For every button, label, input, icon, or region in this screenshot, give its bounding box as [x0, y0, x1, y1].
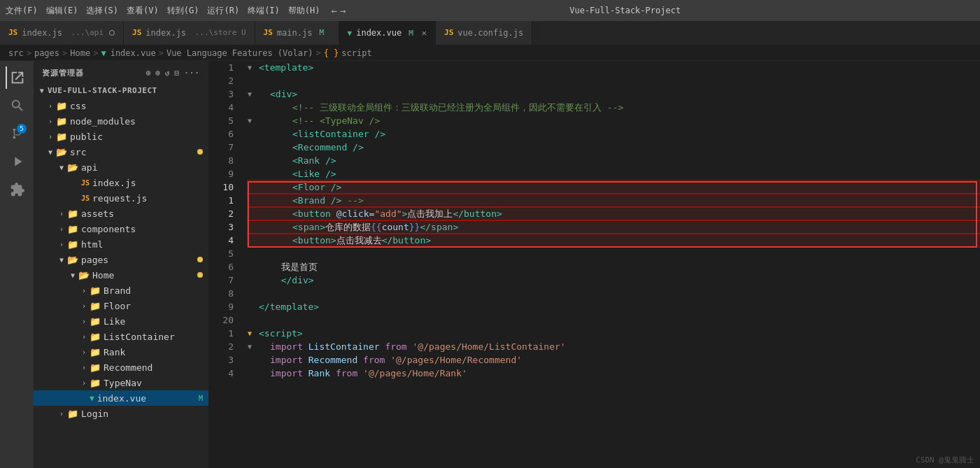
tag-button2-close: </button> [382, 234, 431, 247]
sidebar-icons: ⊕ ⊕ ↺ ⊟ ··· [146, 69, 200, 78]
breadcrumb-src[interactable]: src [8, 48, 24, 58]
forward-arrow-icon[interactable]: → [340, 5, 346, 16]
run-debug-activity-icon[interactable] [6, 150, 28, 173]
js-file-icon: JS [81, 194, 90, 202]
folder-label: ListContainer [104, 332, 175, 342]
menu-file[interactable]: 文件(F) [6, 5, 38, 17]
menu-bar[interactable]: 文件(F) 编辑(E) 选择(S) 查看(V) 转到(G) 运行(R) 终端(I… [6, 5, 320, 17]
sidebar-item-rank[interactable]: › 📁 Rank [34, 344, 208, 360]
line-num-13: 3 [208, 220, 234, 234]
line-num-11: 1 [208, 194, 234, 207]
line-num-18: 8 [208, 287, 234, 300]
sidebar-item-src[interactable]: ▼ 📂 src [34, 144, 208, 159]
folder-arrow-icon: › [78, 318, 90, 325]
code-line-9: <Like /> [248, 167, 980, 180]
breadcrumb-script[interactable]: script [341, 48, 371, 58]
back-arrow-icon[interactable]: ← [332, 5, 337, 16]
sidebar-item-recommend[interactable]: › 📁 Recommend [34, 360, 208, 375]
fold-icon-5[interactable]: ▼ [248, 114, 259, 127]
sidebar-item-pages[interactable]: ▼ 📂 pages [34, 252, 208, 267]
folder-open-icon: 📂 [67, 255, 78, 265]
sidebar-item-css[interactable]: › 📁 css [34, 98, 208, 113]
new-folder-icon[interactable]: ⊕ [155, 69, 161, 78]
sidebar-item-floor[interactable]: › 📁 Floor [34, 298, 208, 313]
sidebar-item-assets[interactable]: › 📁 assets [34, 206, 208, 221]
line-num-12: 2 [208, 207, 234, 220]
menu-edit[interactable]: 编辑(E) [46, 5, 78, 17]
sidebar: 资源管理器 ⊕ ⊕ ↺ ⊟ ··· ▼ VUE-FULL-STACK-PROJE… [34, 61, 208, 468]
comment-end: --> [341, 194, 363, 207]
sidebar-item-node-modules[interactable]: › 📁 node_modules [34, 113, 208, 129]
source-control-activity-icon[interactable]: 5 [6, 122, 28, 145]
close-icon[interactable]: ✕ [422, 28, 427, 38]
sidebar-item-typenav[interactable]: › 📁 TypeNav [34, 375, 208, 390]
tab-main[interactable]: JS main.js M [255, 21, 339, 45]
title-bar-left: 文件(F) 编辑(E) 选择(S) 查看(V) 转到(G) 运行(R) 终端(I… [6, 5, 346, 17]
breadcrumb-pages[interactable]: pages [34, 48, 59, 58]
fold-icon-22[interactable]: ▼ [248, 340, 259, 353]
tab-index-vue[interactable]: ▼ index.vue M ✕ [339, 21, 436, 45]
sidebar-item-index-vue[interactable]: ▼ index.vue M [34, 390, 208, 406]
menu-goto[interactable]: 转到(G) [167, 5, 199, 17]
sidebar-item-html[interactable]: › 📁 html [34, 236, 208, 252]
from-keyword: from [336, 367, 363, 380]
sidebar-item-components[interactable]: › 📁 components [34, 221, 208, 236]
button2-text: 点击我减去 [336, 234, 382, 247]
sidebar-item-public[interactable]: › 📁 public [34, 129, 208, 144]
folder-open-icon: 📂 [78, 270, 90, 281]
line-num-5: 5 [208, 114, 234, 127]
folder-icon: 📁 [67, 224, 78, 234]
breadcrumb-home[interactable]: Home [70, 48, 90, 58]
activity-bar: 5 [0, 61, 34, 468]
folder-label: Rank [104, 347, 125, 357]
folder-label: Like [104, 316, 125, 327]
folder-open-arrow-icon: ▼ [67, 271, 78, 279]
extensions-activity-icon[interactable] [6, 178, 28, 201]
folder-open-arrow-icon: ▼ [45, 148, 56, 156]
line-num-15: 5 [208, 247, 234, 260]
sidebar-item-brand[interactable]: › 📁 Brand [34, 283, 208, 298]
sidebar-project-root[interactable]: ▼ VUE-FULL-STACK-PROJECT [34, 83, 208, 98]
breadcrumb-file[interactable]: index.vue [111, 48, 156, 58]
menu-help[interactable]: 帮助(H) [288, 5, 320, 17]
sidebar-title: 资源管理器 [42, 68, 84, 78]
tag-script-open: <script> [259, 327, 303, 340]
sidebar-item-listcontainer[interactable]: › 📁 ListContainer [34, 329, 208, 344]
collapse-icon[interactable]: ⊟ [175, 69, 180, 78]
code-content[interactable]: ▼ <template> ▼ <div> <!-- 三级联动全局组件： [242, 61, 980, 468]
tab-vue-config[interactable]: JS vue.config.js [436, 21, 532, 45]
main-layout: 5 资源管理器 ⊕ ⊕ ↺ ⊟ ··· ▼ VUE-FULL-STACK-PRO… [0, 61, 980, 468]
sidebar-item-index-js-api[interactable]: JS index.js [34, 175, 208, 190]
search-activity-icon[interactable] [6, 94, 28, 117]
source-control-badge: 5 [17, 124, 27, 134]
menu-run[interactable]: 运行(R) [207, 5, 239, 17]
tag-span-open: <span> [292, 220, 325, 234]
folder-label: Home [92, 270, 114, 281]
sidebar-header: 资源管理器 ⊕ ⊕ ↺ ⊟ ··· [34, 61, 208, 83]
sidebar-item-api[interactable]: ▼ 📂 api [34, 159, 208, 175]
sidebar-item-login[interactable]: › 📁 Login [34, 406, 208, 421]
menu-terminal[interactable]: 终端(I) [248, 5, 280, 17]
breadcrumb-volar[interactable]: Vue Language Features (Volar) [166, 48, 313, 58]
breadcrumb-sep: > [159, 48, 164, 58]
tab-label: index.vue [356, 28, 402, 38]
project-name-label: VUE-FULL-STACK-PROJECT [48, 86, 157, 95]
menu-view[interactable]: 查看(V) [127, 5, 159, 17]
breadcrumb-sep: > [62, 48, 67, 58]
sidebar-item-like[interactable]: › 📁 Like [34, 313, 208, 329]
more-options-icon[interactable]: ··· [184, 69, 200, 78]
refresh-icon[interactable]: ↺ [165, 69, 171, 78]
fold-icon-1[interactable]: ▼ [248, 61, 259, 74]
explorer-activity-icon[interactable] [6, 66, 28, 89]
fold-icon-21[interactable]: ▼ [248, 327, 259, 340]
new-file-icon[interactable]: ⊕ [146, 69, 152, 78]
menu-select[interactable]: 选择(S) [86, 5, 118, 17]
sidebar-item-home[interactable]: ▼ 📂 Home [34, 267, 208, 283]
folder-icon: 📁 [56, 101, 67, 111]
tab-index-store[interactable]: JS index.js ...\store U [124, 21, 255, 45]
fold-icon-3[interactable]: ▼ [248, 87, 259, 101]
modified-dot [197, 149, 203, 155]
tab-index-api[interactable]: JS index.js ...\api [0, 21, 124, 45]
code-line-20 [248, 313, 980, 327]
sidebar-item-request-js[interactable]: JS request.js [34, 190, 208, 206]
